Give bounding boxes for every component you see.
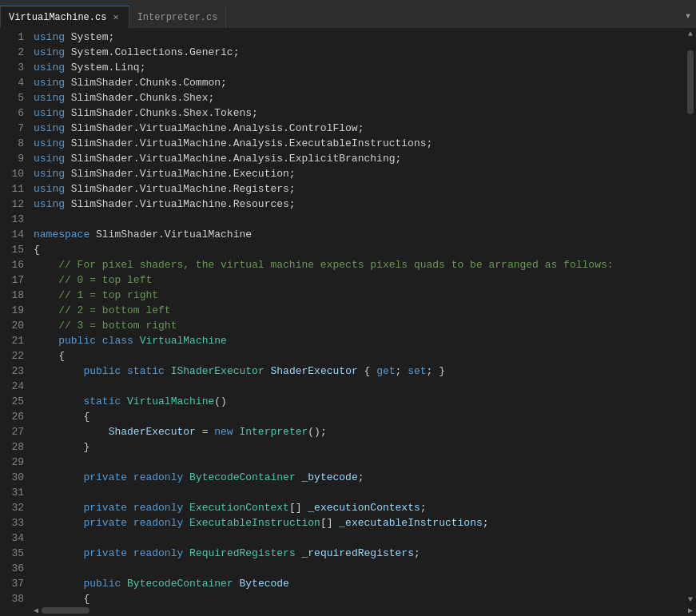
code-line: // 3 = bottom right: [34, 318, 685, 333]
token-plain: [34, 259, 58, 271]
scrollbar-vertical-track[interactable]: [687, 50, 694, 582]
token-plain: ;: [420, 502, 427, 514]
line-number: 33: [0, 515, 24, 531]
token-plain: [34, 578, 83, 590]
token-kw: class: [102, 335, 133, 347]
line-number: 6: [0, 105, 24, 121]
line-number: 14: [0, 227, 24, 242]
code-line: [34, 485, 685, 500]
line-number: 17: [0, 272, 24, 288]
token-kw: private: [83, 517, 127, 529]
token-kw: private: [83, 502, 127, 514]
code-line: [34, 212, 685, 227]
token-prop: _bytecode: [302, 471, 358, 483]
token-type: VirtualMachine: [127, 395, 214, 407]
token-plain: SlimShader.Chunks.Shex;: [65, 92, 214, 104]
line-number: 25: [0, 394, 24, 409]
scrollbar-up-arrow[interactable]: ▲: [685, 28, 696, 39]
token-kw: private: [83, 471, 127, 483]
code-line: using SlimShader.VirtualMachine.Register…: [34, 181, 685, 197]
token-plain: System;: [65, 31, 114, 43]
token-plain: SlimShader.VirtualMachine.Execution;: [65, 168, 296, 180]
token-kw: using: [34, 122, 65, 134]
token-type: IShaderExecutor: [171, 365, 264, 377]
token-prop: ShaderExecutor: [271, 365, 358, 377]
line-number: 22: [0, 348, 24, 364]
token-plain: SlimShader.Chunks.Common;: [65, 77, 227, 89]
token-plain: [264, 365, 271, 377]
code-line: [34, 561, 685, 576]
token-kw: new: [214, 426, 233, 438]
token-plain: [34, 274, 58, 286]
token-plain: [121, 395, 127, 407]
token-plain: ;: [414, 547, 420, 559]
token-kw: using: [34, 183, 65, 195]
code-line: using SlimShader.VirtualMachine.Executio…: [34, 166, 685, 181]
line-number: 31: [0, 485, 24, 500]
token-plain: System.Collections.Generic;: [65, 46, 239, 58]
code-line: }: [34, 439, 685, 455]
token-plain: [34, 395, 83, 407]
code-line: [34, 455, 685, 470]
token-plain: []: [289, 502, 308, 514]
token-comment: // For pixel shaders, the virtual machin…: [58, 259, 613, 271]
code-content[interactable]: using System;using System.Collections.Ge…: [30, 28, 685, 605]
token-comment: // 0 = top left: [58, 274, 152, 286]
scrollbar-down-arrow[interactable]: ▼: [685, 594, 696, 605]
tab-interpreter[interactable]: Interpreter.cs: [129, 6, 227, 28]
token-plain: [34, 426, 109, 438]
code-line: public class VirtualMachine: [34, 333, 685, 348]
scrollbar-right-arrow[interactable]: ▶: [685, 605, 696, 616]
scrollbar-vertical-thumb[interactable]: [687, 50, 694, 114]
token-plain: {: [34, 593, 89, 605]
code-line: private readonly ExecutableInstruction[]…: [34, 515, 685, 531]
line-number: 20: [0, 318, 24, 333]
code-line: {: [34, 591, 685, 605]
tab-virtualmachine[interactable]: VirtualMachine.cs ✕: [0, 6, 129, 28]
token-kw: using: [34, 168, 65, 180]
code-line: {: [34, 348, 685, 364]
token-plain: [127, 502, 133, 514]
code-line: using SlimShader.VirtualMachine.Resource…: [34, 197, 685, 212]
token-kw: using: [34, 153, 65, 165]
token-plain: [34, 365, 83, 377]
scrollbar-vertical[interactable]: ▲ ▼: [685, 28, 696, 605]
token-plain: ;: [396, 365, 408, 377]
line-number: 32: [0, 500, 24, 515]
token-plain: SlimShader.VirtualMachine.Analysis.Execu…: [65, 137, 432, 149]
line-number: 34: [0, 531, 24, 546]
scrollbar-left-arrow[interactable]: ◀: [30, 605, 42, 616]
token-plain: [133, 335, 140, 347]
code-line: using SlimShader.VirtualMachine.Analysis…: [34, 136, 685, 151]
line-number: 9: [0, 151, 24, 166]
token-kw: using: [34, 62, 65, 74]
editor-area: 1234567891011121314151617181920212223242…: [0, 28, 696, 605]
token-kw: using: [34, 31, 65, 43]
token-plain: SlimShader.VirtualMachine.Resources;: [65, 198, 296, 210]
code-line: {: [34, 242, 685, 257]
token-plain: {: [358, 365, 376, 377]
token-plain: [34, 289, 58, 301]
token-type: Interpreter: [239, 426, 308, 438]
line-number: 30: [0, 470, 24, 485]
token-plain: {: [34, 350, 65, 362]
token-kw: using: [34, 77, 65, 89]
token-kw: using: [34, 107, 65, 119]
token-kw: using: [34, 46, 65, 58]
scrollbar-horizontal-thumb[interactable]: [42, 607, 89, 614]
scrollbar-horizontal-track[interactable]: [42, 605, 685, 616]
line-number: 36: [0, 561, 24, 576]
token-plain: SlimShader.VirtualMachine: [89, 229, 252, 240]
token-comment: // 3 = bottom right: [58, 320, 177, 332]
line-number: 16: [0, 257, 24, 272]
line-number: 4: [0, 75, 24, 90]
token-plain: =: [196, 426, 214, 438]
code-line: using SlimShader.VirtualMachine.Analysis…: [34, 121, 685, 136]
line-number: 19: [0, 303, 24, 318]
token-prop: _executableInstructions: [339, 517, 482, 529]
code-line: using SlimShader.Chunks.Shex;: [34, 90, 685, 105]
tab-virtualmachine-close[interactable]: ✕: [111, 12, 120, 23]
tab-overflow-button[interactable]: ▾: [680, 4, 696, 26]
line-number: 38: [0, 591, 24, 605]
token-plain: [183, 502, 189, 514]
